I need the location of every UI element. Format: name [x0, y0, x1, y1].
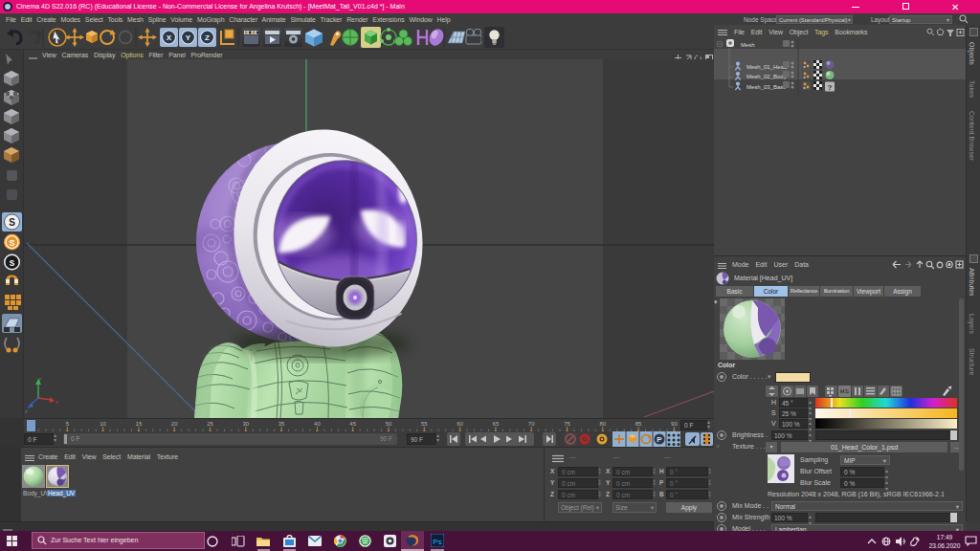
- svg-text:Z: Z: [205, 33, 210, 42]
- svg-text:50: 50: [386, 421, 392, 427]
- svg-text:90: 90: [671, 421, 678, 427]
- svg-text:45: 45: [349, 421, 356, 427]
- svg-text:S: S: [10, 259, 15, 269]
- svg-text:Ps: Ps: [433, 538, 441, 546]
- svg-text:60: 60: [457, 421, 463, 427]
- svg-text:40: 40: [314, 421, 321, 427]
- svg-text:P: P: [657, 435, 662, 444]
- svg-text:Mesh_03_Base: Mesh_03_Base: [746, 84, 787, 90]
- svg-text:S: S: [9, 238, 14, 248]
- svg-text:y: y: [38, 376, 41, 382]
- svg-text:Mesh_02_Body: Mesh_02_Body: [746, 74, 787, 79]
- svg-text:Y: Y: [186, 33, 191, 42]
- svg-text:x: x: [56, 399, 58, 405]
- svg-text:Mesh_01_Head: Mesh_01_Head: [746, 64, 787, 70]
- svg-text:70: 70: [528, 421, 535, 427]
- svg-text:80: 80: [599, 421, 606, 427]
- svg-text:15: 15: [136, 421, 143, 427]
- svg-text:z: z: [25, 408, 28, 414]
- svg-text:20: 20: [171, 421, 178, 427]
- svg-text:5: 5: [66, 421, 70, 427]
- svg-text:35: 35: [278, 421, 285, 427]
- svg-text:Mesh: Mesh: [741, 42, 755, 48]
- svg-text:S: S: [9, 217, 15, 228]
- svg-text:85: 85: [635, 421, 642, 427]
- svg-text:25: 25: [207, 421, 213, 427]
- svg-text:H: H: [840, 388, 844, 394]
- svg-text:X: X: [167, 33, 172, 42]
- svg-text:?: ?: [828, 83, 833, 92]
- svg-text:30: 30: [242, 421, 249, 427]
- svg-text:55: 55: [421, 421, 428, 427]
- svg-text:65: 65: [493, 421, 500, 427]
- svg-text:75: 75: [564, 421, 570, 427]
- svg-text:S: S: [845, 388, 849, 394]
- svg-text:10: 10: [100, 421, 106, 427]
